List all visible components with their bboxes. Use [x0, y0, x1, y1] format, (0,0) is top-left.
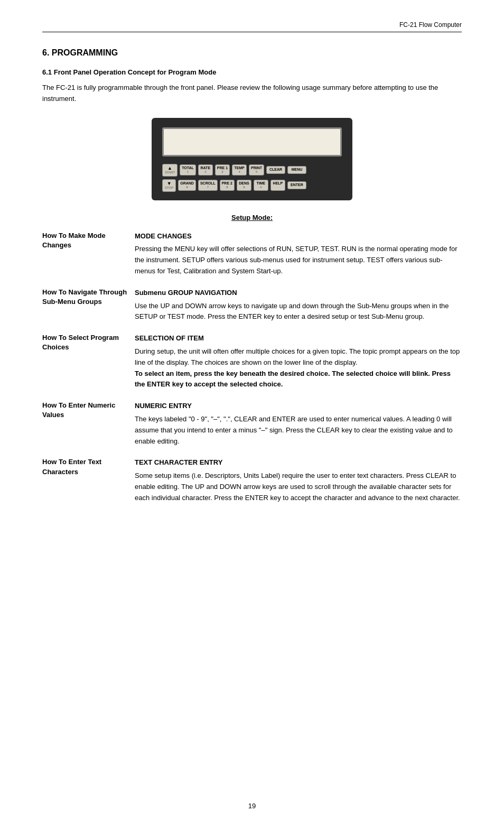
intro-text: The FC-21 is fully programmable through … — [42, 82, 462, 105]
subsection-title: 6.1 Front Panel Operation Concept for Pr… — [42, 68, 462, 76]
right-content: SELECTION OF ITEM During setup, the unit… — [135, 333, 462, 401]
left-label: How To Make Mode Changes — [42, 231, 135, 288]
page-header: FC-21 Flow Computer — [42, 21, 462, 32]
table-row: How To Enter Numeric Values NUMERIC ENTR… — [42, 401, 462, 457]
device-panel: ▲ START TOTAL 1 RATE 2 PRE 1 3 — [152, 118, 352, 200]
table-row: How To Make Mode Changes MODE CHANGES Pr… — [42, 231, 462, 288]
key-print: PRINT 5 — [249, 164, 264, 176]
key-grand: GRAND 6 — [178, 180, 196, 191]
key-stop: ▼ STOP — [162, 179, 176, 192]
device-illustration: ▲ START TOTAL 1 RATE 2 PRE 1 3 — [42, 118, 462, 200]
page-footer: 19 — [0, 802, 504, 810]
key-enter: ENTER — [287, 181, 306, 189]
key-dens: DENS 9 — [237, 180, 251, 191]
button-row-2: ▼ STOP GRAND 6 SCROLL 7 PRE 2 8 — [162, 179, 342, 192]
key-temp: TEMP 4 — [232, 164, 247, 176]
device-screen — [162, 127, 342, 156]
right-content: MODE CHANGES Pressing the MENU key will … — [135, 231, 462, 288]
key-scroll: SCROLL 7 — [198, 180, 218, 191]
setup-mode-label: Setup Mode: — [42, 214, 462, 221]
device-buttons: ▲ START TOTAL 1 RATE 2 PRE 1 3 — [162, 164, 342, 192]
left-label: How To Enter Numeric Values — [42, 401, 135, 457]
key-time: TIME 0 — [254, 180, 268, 191]
table-row: How To Navigate Through Sub-Menu Groups … — [42, 288, 462, 333]
right-content: NUMERIC ENTRY The keys labeled "0 - 9", … — [135, 401, 462, 457]
content-table: How To Make Mode Changes MODE CHANGES Pr… — [42, 231, 462, 514]
right-content: Submenu GROUP NAVIGATION Use the UP and … — [135, 288, 462, 333]
key-pre1: PRE 1 3 — [215, 164, 230, 176]
button-row-1: ▲ START TOTAL 1 RATE 2 PRE 1 3 — [162, 164, 342, 177]
key-total: TOTAL 1 — [180, 164, 196, 176]
left-label: How To Select Program Choices — [42, 333, 135, 401]
key-menu: MENU — [287, 166, 306, 173]
key-help: HELP · — [270, 180, 285, 191]
table-row: How To Enter Text Characters TEXT CHARAC… — [42, 457, 462, 514]
key-start: ▲ START — [162, 164, 178, 177]
page: FC-21 Flow Computer 6. PROGRAMMING 6.1 F… — [0, 0, 504, 831]
left-label: How To Enter Text Characters — [42, 457, 135, 514]
right-content: TEXT CHARACTER ENTRY Some setup items (i… — [135, 457, 462, 514]
key-clear: CLEAR — [266, 166, 285, 173]
page-number: 19 — [248, 802, 256, 810]
key-rate: RATE 2 — [198, 164, 213, 176]
key-pre2: PRE 2 8 — [220, 180, 235, 191]
table-row: How To Select Program Choices SELECTION … — [42, 333, 462, 401]
header-title: FC-21 Flow Computer — [399, 21, 462, 29]
left-label: How To Navigate Through Sub-Menu Groups — [42, 288, 135, 333]
section-title: 6. PROGRAMMING — [42, 48, 462, 58]
